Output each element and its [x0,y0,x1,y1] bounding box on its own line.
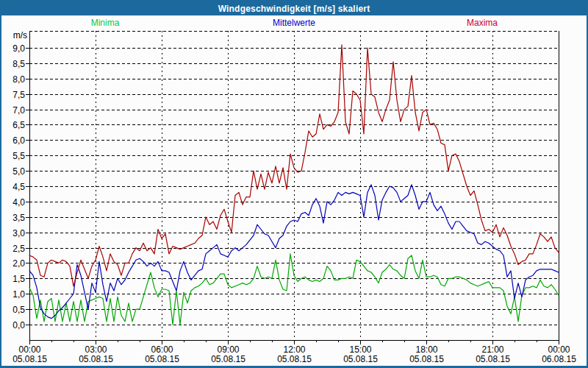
x-tick-time-label: 15:00 [349,344,371,355]
y-tick-label: 3,0 [12,228,25,238]
chart-window: Windgeschwindigkeit [m/s] skaliert Minim… [0,0,588,368]
x-tick-date-label: 05.08.15 [343,354,378,364]
x-tick-date-label: 05.08.15 [409,354,444,364]
y-tick-label: 8,0 [12,74,25,85]
y-tick-label: 4,5 [12,182,25,192]
x-tick-date-label: 06.08.15 [542,354,576,364]
y-tick-label: 5,0 [12,166,25,177]
title-bar: Windgeschwindigkeit [m/s] skaliert [1,1,587,15]
legend-mittelwerte-label: Mittelwerte [273,18,315,28]
x-tick-time-label: 03:00 [85,344,107,355]
y-tick-label: 7,0 [12,105,25,116]
x-tick-time-label: 00:00 [548,344,570,355]
y-tick-label: 0,0 [12,320,25,330]
y-tick-label: 4,0 [12,197,25,208]
y-axis-unit-label: m/s [13,30,27,40]
y-tick-label: 2,0 [12,258,25,269]
y-tick-label: 8,5 [12,59,25,69]
y-tick-label: 1,0 [12,289,25,300]
y-tick-label: 1,5 [12,274,25,284]
x-tick-time-label: 06:00 [151,344,173,355]
wind-speed-line-chart: 0,00,51,01,52,02,53,03,54,04,55,05,56,06… [0,0,588,368]
y-tick-label: 7,5 [12,90,25,100]
x-tick-time-label: 09:00 [217,344,239,355]
x-tick-date-label: 05.08.15 [277,354,312,364]
y-tick-label: 0,5 [12,305,25,315]
y-tick-label: 6,0 [12,135,25,146]
y-tick-label: 5,5 [12,151,25,161]
x-tick-time-label: 18:00 [415,344,437,355]
legend-minima-label: Minima [91,18,120,28]
x-tick-date-label: 05.08.15 [79,354,113,364]
y-tick-label: 2,5 [12,244,25,254]
x-tick-time-label: 12:00 [283,344,305,355]
x-tick-date-label: 05.08.15 [12,354,47,364]
x-tick-time-label: 00:00 [18,344,40,355]
window-title: Windgeschwindigkeit [m/s] skaliert [218,4,370,14]
y-tick-label: 9,0 [12,43,25,54]
legend-maxima-label: Maxima [467,18,498,28]
y-tick-label: 6,5 [12,120,25,130]
series-mittelwerte-line [29,185,559,319]
x-tick-date-label: 05.08.15 [145,354,179,364]
x-tick-time-label: 21:00 [481,344,503,355]
y-tick-label: 3,5 [12,213,25,223]
x-tick-date-label: 05.08.15 [476,354,510,364]
x-tick-date-label: 05.08.15 [211,354,245,364]
